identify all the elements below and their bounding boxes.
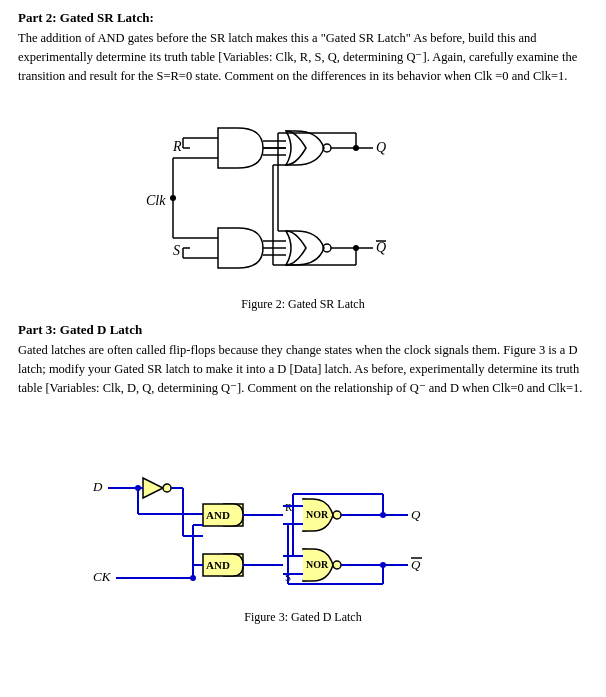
svg-marker-42 bbox=[143, 478, 163, 498]
nor-bottom-label: NOR bbox=[306, 559, 329, 570]
part2-section: Part 2: Gated SR Latch: The addition of … bbox=[18, 10, 588, 312]
figure2-svg: R S Clk bbox=[118, 93, 488, 293]
figure3-caption: Figure 3: Gated D Latch bbox=[18, 610, 588, 625]
figure3-svg: D CK AND R bbox=[88, 406, 518, 606]
qbar-label2: Q bbox=[411, 557, 421, 572]
ck-label: CK bbox=[93, 569, 112, 584]
part3-section: Part 3: Gated D Latch Gated latches are … bbox=[18, 322, 588, 624]
part3-title: Part 3: Gated D Latch bbox=[18, 322, 588, 338]
q-label: Q bbox=[376, 140, 386, 155]
figure2-caption: Figure 2: Gated SR Latch bbox=[18, 297, 588, 312]
svg-point-43 bbox=[163, 484, 171, 492]
svg-point-62 bbox=[333, 561, 341, 569]
part3-body: Gated latches are often called flip-flop… bbox=[18, 341, 588, 397]
clk-label: Clk bbox=[146, 193, 166, 208]
svg-point-16 bbox=[170, 195, 176, 201]
nor-top-label: NOR bbox=[306, 509, 329, 520]
svg-point-58 bbox=[333, 511, 341, 519]
figure2-area: R S Clk bbox=[18, 93, 588, 293]
and-top-label: AND bbox=[206, 509, 230, 521]
qbar-label: Q bbox=[376, 240, 386, 255]
and-bottom-label: AND bbox=[206, 559, 230, 571]
figure3-area: D CK AND R bbox=[18, 406, 588, 606]
d-label: D bbox=[92, 479, 103, 494]
s-label: S bbox=[173, 243, 180, 258]
q-label2: Q bbox=[411, 507, 421, 522]
part2-body: The addition of AND gates before the SR … bbox=[18, 29, 588, 85]
part2-title: Part 2: Gated SR Latch: bbox=[18, 10, 588, 26]
r-label: R bbox=[172, 139, 182, 154]
